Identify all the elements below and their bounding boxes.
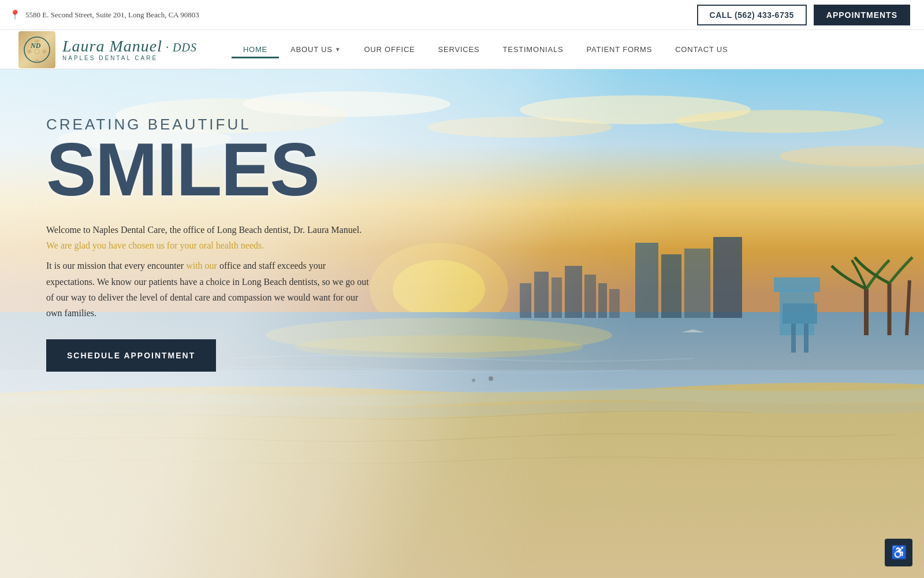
logo-subtitle: Naples Dental Care (62, 55, 197, 61)
hero-title: SMILES (46, 136, 370, 203)
svg-text:ND: ND (30, 42, 41, 50)
hero-body-intro: Welcome to Naples Dental Care, the offic… (46, 225, 362, 235)
call-button[interactable]: CALL (562) 433-6735 (697, 5, 807, 25)
hero-body-highlight: We are glad you have chosen us for your … (46, 240, 264, 250)
nav-item-services[interactable]: SERVICES (427, 40, 491, 58)
hero-content: CREATING BEAUTIFUL SMILES Welcome to Nap… (46, 116, 370, 372)
hero-body-highlight-2: with our (186, 261, 217, 271)
nav-links: HOME ABOUT US ▼ OUR OFFICE SERVICES TEST… (232, 40, 740, 58)
svg-point-2 (35, 49, 39, 54)
hero-section: CREATING BEAUTIFUL SMILES Welcome to Nap… (0, 69, 924, 578)
logo-emblem: ND (18, 31, 55, 68)
nav-link-patient-forms[interactable]: PATIENT FORMS (575, 40, 664, 58)
nav-item-testimonials[interactable]: TESTIMONIALS (491, 40, 575, 58)
appointments-button[interactable]: APPOINTMENTS (814, 5, 910, 25)
top-bar-actions: CALL (562) 433-6735 APPOINTMENTS (697, 5, 910, 25)
address-text: 5580 E. Second Street, Suite 201, Long B… (25, 10, 199, 20)
top-bar: 📍 5580 E. Second Street, Suite 201, Long… (0, 0, 924, 30)
accessibility-icon: ♿ (891, 545, 907, 560)
nav-item-about[interactable]: ABOUT US ▼ (279, 40, 352, 58)
navbar: ND Laura Manuel · DDS Naples Dental Care… (0, 30, 924, 69)
accessibility-button[interactable]: ♿ (885, 539, 912, 566)
nav-item-office[interactable]: OUR OFFICE (352, 40, 426, 58)
logo-name: Laura Manuel · DDS (62, 38, 197, 55)
nav-item-home[interactable]: HOME (232, 40, 279, 58)
nav-link-home[interactable]: HOME (232, 40, 279, 58)
hero-body-rest-1: It is our mission that every encounter (46, 261, 186, 271)
nav-link-testimonials[interactable]: TESTIMONIALS (491, 40, 575, 58)
nav-link-contact[interactable]: CONTACT US (664, 40, 739, 58)
schedule-appointment-button[interactable]: SCHEDULE APPOINTMENT (46, 339, 216, 372)
nav-link-about[interactable]: ABOUT US ▼ (279, 40, 352, 58)
hero-body: Welcome to Naples Dental Care, the offic… (46, 222, 370, 321)
logo[interactable]: ND Laura Manuel · DDS Naples Dental Care (18, 31, 197, 68)
nav-link-office[interactable]: OUR OFFICE (352, 40, 426, 58)
location-icon: 📍 (9, 9, 21, 20)
nav-item-contact[interactable]: CONTACT US (664, 40, 739, 58)
logo-text: Laura Manuel · DDS Naples Dental Care (62, 38, 197, 62)
nav-item-patient-forms[interactable]: PATIENT FORMS (575, 40, 664, 58)
nav-link-services[interactable]: SERVICES (427, 40, 491, 58)
address-area: 📍 5580 E. Second Street, Suite 201, Long… (9, 9, 199, 20)
about-dropdown-icon: ▼ (335, 46, 341, 53)
